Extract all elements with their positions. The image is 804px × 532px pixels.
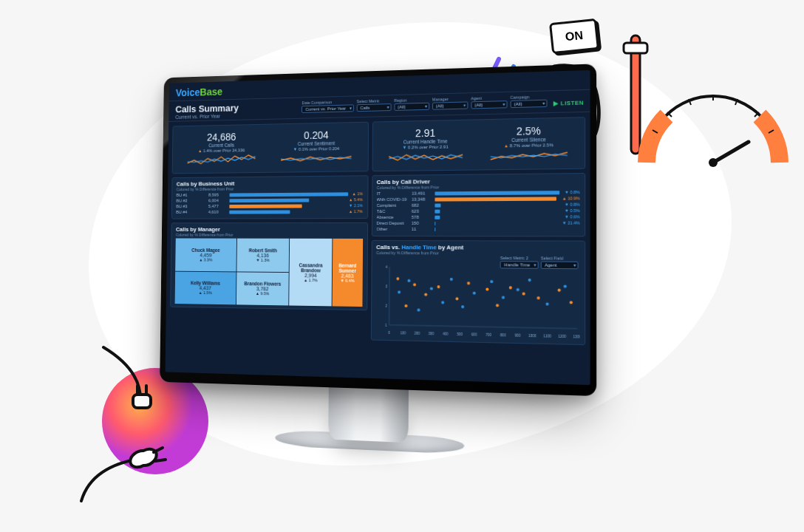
driver-row: IT13,491 0.8% [377,190,580,196]
panel-manager: Calls by Manager Colored by % Difference… [170,222,367,310]
svg-point-46 [508,286,511,289]
svg-line-17 [389,325,576,329]
on-switch-illustration: ON [549,18,599,54]
svg-point-47 [522,293,525,296]
svg-line-16 [155,460,166,461]
svg-point-41 [437,285,440,288]
svg-point-42 [455,297,458,300]
svg-line-10 [713,142,749,163]
svg-text:600: 600 [471,332,477,337]
svg-text:1100: 1100 [543,334,551,338]
svg-point-56 [449,278,452,281]
monitor-mockup: VoiceBase Calls Summary Current vs. Prio… [160,64,596,396]
svg-text:800: 800 [500,333,505,338]
filter-metric[interactable]: Select MetricCalls [357,98,392,112]
svg-line-18 [389,267,389,324]
scatter-plot: 0100200300400500600700800900100011001200… [375,256,579,341]
bu-row: BU #26,004 5.4% [176,197,363,202]
bu-row: BU #44,610 1.7% [176,209,363,214]
svg-point-60 [501,296,504,299]
svg-point-52 [407,279,410,282]
treemap-cell[interactable]: Robert Smith 4,136 ▼ 1.3% [237,239,290,272]
svg-text:200: 200 [414,331,420,335]
gauge-illustration [632,81,794,214]
filter-manager[interactable]: Manager(All) [432,96,468,109]
svg-point-61 [516,288,519,291]
svg-point-55 [441,301,444,304]
bu-row: BU #18,595 1% [177,191,364,197]
filter-campaign[interactable]: Campaign(All) [510,94,547,108]
kpi-calls: 24,686 Current Calls 1.4% over Prior 24,… [177,128,267,171]
svg-point-62 [528,279,531,282]
svg-text:0: 0 [388,331,390,335]
sparkline-icon [378,149,473,166]
svg-text:500: 500 [457,332,463,336]
svg-text:100: 100 [400,331,406,335]
svg-point-50 [569,301,572,304]
svg-point-58 [472,292,475,295]
svg-rect-12 [133,395,151,408]
kpi-handle: 2.91 Current Handle Time 0.2% over Prior… [377,123,474,168]
driver-row: Absence578 0.6% [376,214,579,219]
sparkline-icon [178,152,265,169]
svg-text:400: 400 [442,332,448,335]
svg-point-40 [424,293,427,296]
svg-point-49 [557,289,560,292]
svg-text:1: 1 [385,324,387,327]
svg-point-37 [396,277,399,280]
treemap-cell[interactable]: Bernard Sumner 2,483 ▼ 6.4% [333,239,363,307]
svg-point-51 [398,290,401,293]
svg-point-64 [563,284,566,287]
treemap-cell[interactable]: Kelly Williams 4,437 ▲ 1.5% [175,271,236,304]
dashboard-screen: VoiceBase Calls Summary Current vs. Prio… [166,70,590,385]
svg-text:1200: 1200 [558,334,566,338]
sparkline-icon [480,147,579,166]
svg-text:300: 300 [428,332,434,335]
treemap-cell[interactable]: Brandon Flowers 3,782 ▲ 9.5% [236,272,289,306]
filter-agent[interactable]: Agent(All) [471,95,507,109]
svg-text:4: 4 [385,265,387,269]
svg-text:3: 3 [385,284,387,288]
svg-text:1000: 1000 [528,334,536,338]
bu-row: BU #35,477 2.1% [176,203,363,208]
kpi-silence: 2.5% Current Silence 8.7% over Prior 2.5… [478,121,580,167]
driver-row: Other11 [376,227,579,231]
svg-text:1300: 1300 [573,335,580,339]
svg-point-54 [429,287,432,290]
driver-row: Direct Deposit150 21.4% [376,221,579,225]
svg-point-43 [466,282,469,284]
scatter-metric2[interactable]: Select Metric 2Handle Time [500,256,539,269]
svg-text:900: 900 [514,333,520,338]
svg-point-39 [413,283,416,286]
listen-button[interactable]: LISTEN [553,99,584,106]
treemap-cell[interactable]: Cassandra Brandow 2,994 ▲ 1.7% [289,239,332,307]
driver-row: Complaint682 0.8% [377,202,580,208]
driver-row: T&C623 0.5% [376,208,579,214]
scatter-field[interactable]: Select FieldAgent [541,256,579,269]
panel-scatter: Calls vs. Handle Time by Agent Colored b… [370,240,585,345]
filter-date-comparison[interactable]: Date ComparisonCurrent vs. Prior Year [302,99,353,112]
sparkline-icon [271,151,362,168]
panel-bu: Calls by Business Unit Colored by % Diff… [171,175,368,219]
svg-point-53 [417,308,420,311]
svg-rect-1 [624,43,647,53]
filter-region[interactable]: Region(All) [394,98,429,111]
svg-point-45 [495,304,498,307]
svg-text:2: 2 [385,304,387,307]
kpi-row-left: 24,686 Current Calls 1.4% over Prior 24,… [172,122,369,174]
kpi-row-right: 2.91 Current Handle Time 0.2% over Prior… [372,117,585,171]
panel-driver: Calls by Call Driver Colored by % Differ… [371,173,585,236]
svg-point-57 [461,305,464,308]
svg-point-63 [545,302,548,305]
kpi-sentiment: 0.204 Current Sentiment 0.1% over Prior … [270,126,364,169]
svg-point-38 [404,304,407,307]
svg-text:700: 700 [486,332,491,337]
treemap-cell[interactable]: Chuck Magee 4,459 ▲ 3.3% [175,238,236,270]
svg-point-59 [490,280,493,283]
svg-point-48 [536,296,539,299]
svg-point-44 [486,288,488,291]
driver-row: With COVID-1913,348 10.9% [377,196,580,202]
